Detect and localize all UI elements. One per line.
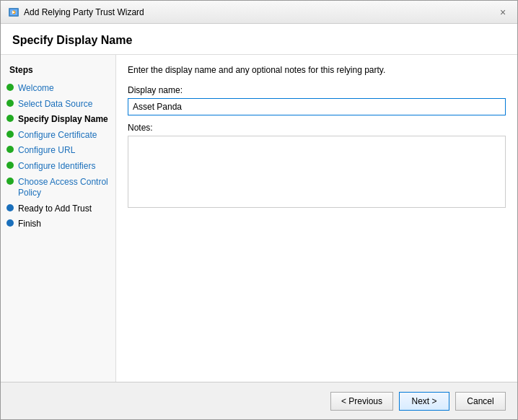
- footer-bar: < Previous Next > Cancel: [1, 382, 517, 419]
- step-label-select-data-source: Select Data Source: [18, 99, 92, 110]
- previous-button[interactable]: < Previous: [330, 392, 393, 411]
- content-area: Steps Welcome Select Data Source Specify…: [1, 55, 517, 382]
- sidebar-item-select-data-source[interactable]: Select Data Source: [1, 97, 115, 113]
- display-name-input[interactable]: [128, 98, 506, 115]
- sidebar-item-ready-to-add-trust: Ready to Add Trust: [1, 201, 115, 217]
- close-button[interactable]: ×: [496, 5, 510, 19]
- step-dot-select-data-source: [6, 100, 14, 107]
- display-name-label: Display name:: [128, 85, 506, 95]
- step-dot-welcome: [6, 84, 14, 91]
- wizard-window: Add Relying Party Trust Wizard × Specify…: [0, 0, 518, 420]
- window-title: Add Relying Party Trust Wizard: [24, 7, 144, 17]
- sidebar-section-label: Steps: [1, 62, 115, 81]
- notes-label: Notes:: [128, 123, 506, 133]
- sidebar-item-configure-url[interactable]: Configure URL: [1, 143, 115, 159]
- cancel-button[interactable]: Cancel: [455, 392, 506, 411]
- step-dot-configure-certificate: [6, 131, 14, 138]
- title-bar: Add Relying Party Trust Wizard ×: [1, 1, 517, 24]
- display-name-group: Display name:: [128, 85, 506, 115]
- step-dot-ready-to-add-trust: [6, 204, 14, 211]
- title-bar-left: Add Relying Party Trust Wizard: [8, 6, 144, 18]
- page-header: Specify Display Name: [1, 24, 517, 55]
- step-label-specify-display-name: Specify Display Name: [18, 114, 108, 126]
- step-dot-finish: [6, 219, 14, 227]
- sidebar-item-choose-access-control[interactable]: Choose Access Control Policy: [1, 175, 115, 201]
- step-dot-configure-url: [6, 146, 14, 153]
- step-label-welcome: Welcome: [18, 83, 54, 95]
- step-label-ready-to-add-trust: Ready to Add Trust: [18, 204, 92, 215]
- step-dot-configure-identifiers: [6, 162, 14, 169]
- sidebar-item-configure-identifiers[interactable]: Configure Identifiers: [1, 159, 115, 175]
- step-label-finish: Finish: [18, 219, 41, 230]
- sidebar-item-configure-certificate[interactable]: Configure Certificate: [1, 128, 115, 144]
- step-label-choose-access-control: Choose Access Control Policy: [18, 177, 110, 199]
- sidebar-item-welcome[interactable]: Welcome: [1, 81, 115, 97]
- main-panel: Enter the display name and any optional …: [116, 55, 517, 382]
- sidebar-item-finish: Finish: [1, 216, 115, 232]
- instruction-text: Enter the display name and any optional …: [128, 65, 506, 75]
- step-label-configure-certificate: Configure Certificate: [18, 130, 97, 141]
- wizard-icon: [8, 6, 19, 18]
- page-title: Specify Display Name: [12, 34, 506, 47]
- notes-textarea[interactable]: [128, 136, 506, 208]
- notes-group: Notes:: [128, 123, 506, 208]
- step-label-configure-url: Configure URL: [18, 145, 75, 157]
- step-dot-choose-access-control: [6, 178, 14, 185]
- sidebar: Steps Welcome Select Data Source Specify…: [1, 55, 116, 382]
- next-button[interactable]: Next >: [399, 392, 449, 411]
- sidebar-item-specify-display-name: Specify Display Name: [1, 112, 115, 128]
- step-label-configure-identifiers: Configure Identifiers: [18, 161, 95, 172]
- step-dot-specify-display-name: [6, 115, 14, 122]
